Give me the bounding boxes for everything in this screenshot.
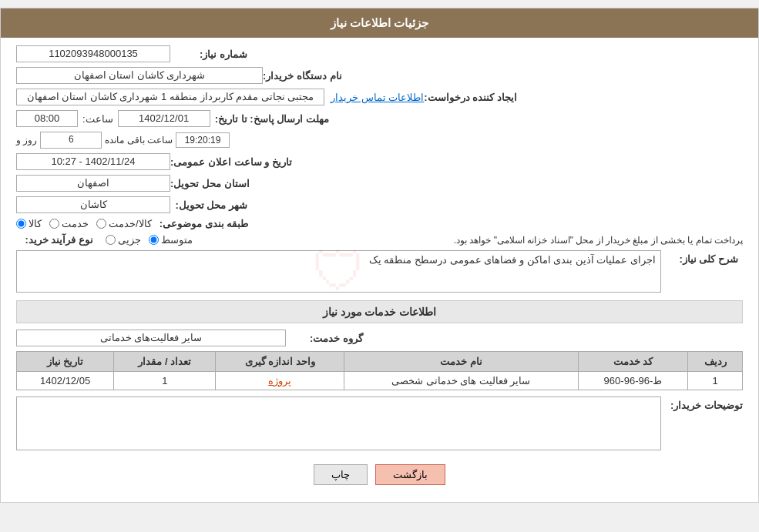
creator-label: ایجاد کننده درخواست: [424, 92, 517, 103]
col-code: کد خدمت [578, 352, 688, 372]
creator-row: ایجاد کننده درخواست: اطلاعات تماس خریدار… [16, 89, 743, 105]
send-deadline-label: مهلت ارسال پاسخ: تا تاریخ: [215, 113, 329, 125]
city-label: شهر محل تحویل: [170, 199, 247, 211]
service-group-value: سایر فعالیت‌های خدماتی [16, 330, 286, 346]
cell-code: ط-96-96-960 [578, 372, 688, 390]
province-row: استان محل تحویل: اصفهان [16, 175, 743, 192]
services-table: ردیف کد خدمت نام خدمت واحد اندازه گیری ت… [16, 351, 743, 390]
process-motovaset[interactable]: متوسط [149, 234, 193, 246]
description-section-row: شرح کلی نیاز: اجرای عملیات آذین بندی اما… [16, 250, 743, 293]
days-value: 6 [40, 132, 102, 149]
cell-unit: پروژه [216, 372, 344, 390]
print-button[interactable]: چاپ [314, 464, 368, 485]
buyer-name-label: نام دستگاه خریدار: [263, 70, 342, 82]
table-row: 1 ط-96-96-960 سایر فعالیت های خدماتی شخص… [17, 372, 743, 390]
category-kala-khidmat[interactable]: کالا/خدمت [96, 218, 152, 229]
city-row: شهر محل تحویل: کاشان [16, 196, 743, 213]
content-area: شماره نیاز: 1102093948000135 نام دستگاه … [1, 38, 758, 502]
category-radio-kala[interactable] [16, 219, 26, 229]
days-label: روز و [16, 135, 37, 146]
process-note: پرداخت تمام یا بخشی از مبلغ خریدار از مح… [200, 235, 743, 246]
buyer-notes-row: توضیحات خریدار: [16, 396, 743, 450]
creator-value: مجتبی نجاتی مقدم کاربرداز منطقه 1 شهردار… [16, 89, 324, 105]
process-label: نوع فرآیند خرید: [16, 234, 93, 246]
category-radio-khidmat[interactable] [49, 219, 59, 229]
col-unit: واحد اندازه گیری [216, 352, 344, 372]
remaining-row: 19:20:19 ساعت باقی مانده 6 روز و [16, 132, 743, 149]
process-jozi[interactable]: جزیی [106, 234, 141, 246]
contact-link[interactable]: اطلاعات تماس خریدار [331, 92, 424, 103]
description-label: شرح کلی نیاز: [661, 250, 738, 265]
cell-count: 1 [114, 372, 216, 390]
category-khidmat[interactable]: خدمت [49, 218, 89, 229]
buyer-name-value: شهرداری کاشان استان اصفهان [16, 67, 263, 84]
buyer-name-row: نام دستگاه خریدار: شهرداری کاشان استان ا… [16, 67, 743, 84]
description-value: اجرای عملیات آذین بندی اماکن و فضاهای عم… [16, 250, 661, 293]
buyer-notes-input[interactable] [16, 396, 661, 450]
col-count: تعداد / مقدار [114, 352, 216, 372]
remaining-label: ساعت باقی مانده [105, 135, 173, 146]
category-kala[interactable]: کالا [16, 218, 42, 229]
send-time-label: ساعت: [82, 113, 113, 125]
city-value: کاشان [16, 196, 170, 213]
page-title: جزئیات اطلاعات نیاز [1, 8, 758, 38]
remaining-time-value: 19:20:19 [176, 132, 230, 148]
announcement-date-value: 1402/11/24 - 10:27 [16, 153, 170, 170]
announcement-date-label: تاریخ و ساعت اعلان عمومی: [170, 156, 292, 168]
col-row: ردیف [688, 352, 743, 372]
services-section-title: اطلاعات خدمات مورد نیاز [16, 300, 743, 323]
back-button[interactable]: بازگشت [375, 464, 445, 485]
category-row: طبقه بندی موضوعی: کالا/خدمت خدمت کالا [16, 218, 743, 229]
buyer-notes-label: توضیحات خریدار: [666, 396, 743, 411]
request-number-value: 1102093948000135 [16, 45, 170, 62]
cell-name: سایر فعالیت های خدماتی شخصی [344, 372, 578, 390]
cell-date: 1402/12/05 [17, 372, 114, 390]
col-name: نام خدمت [344, 352, 578, 372]
process-radio-motovaset[interactable] [149, 235, 159, 245]
buttons-row: بازگشت چاپ [16, 455, 743, 494]
process-radio-jozi[interactable] [106, 235, 116, 245]
service-group-label: گروه خدمت: [286, 333, 363, 344]
request-number-label: شماره نیاز: [170, 49, 247, 60]
category-radio-kala-khidmat[interactable] [96, 219, 106, 229]
request-number-row: شماره نیاز: 1102093948000135 [16, 45, 743, 62]
page-wrapper: جزئیات اطلاعات نیاز شماره نیاز: 11020939… [0, 8, 759, 503]
send-deadline-row: مهلت ارسال پاسخ: تا تاریخ: 1402/12/01 سا… [16, 110, 743, 127]
process-row: پرداخت تمام یا بخشی از مبلغ خریدار از مح… [16, 234, 743, 246]
service-group-row: گروه خدمت: سایر فعالیت‌های خدماتی [16, 330, 743, 346]
send-date-value: 1402/12/01 [118, 110, 210, 127]
province-value: اصفهان [16, 175, 170, 192]
category-label: طبقه بندی موضوعی: [160, 218, 249, 229]
col-date: تاریخ نیاز [17, 352, 114, 372]
announcement-date-row: تاریخ و ساعت اعلان عمومی: 1402/11/24 - 1… [16, 153, 743, 170]
send-time-value: 08:00 [16, 110, 78, 127]
cell-row: 1 [688, 372, 743, 390]
province-label: استان محل تحویل: [170, 178, 250, 189]
